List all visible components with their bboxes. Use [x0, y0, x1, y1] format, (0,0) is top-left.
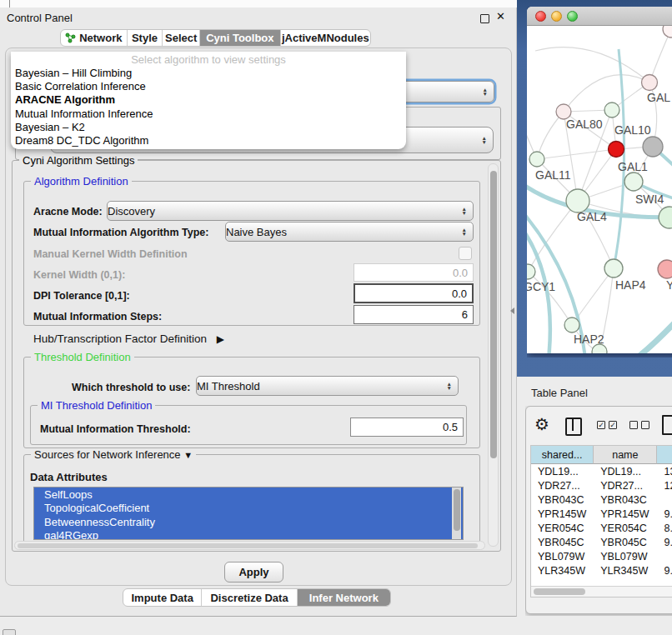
tab-select[interactable]: Select — [163, 30, 200, 46]
cell: 8. — [657, 522, 672, 534]
cell: YBR045C — [594, 537, 657, 548]
node-hap4[interactable] — [604, 259, 623, 278]
tab-network[interactable]: Network — [61, 30, 128, 46]
dock-panel-icon[interactable] — [3, 629, 16, 635]
table-row[interactable]: YDR27...YDR27...12 — [531, 478, 672, 492]
sources-legend[interactable]: Sources for Network Inference ▼ — [31, 448, 196, 462]
list-item-topologicalcoefficient[interactable]: TopologicalCoefficient — [34, 502, 463, 516]
combo-arrows-icon: ▲▼ — [447, 382, 452, 390]
node-gal10[interactable] — [604, 102, 619, 118]
popup-item-basic-correlation[interactable]: Basic Correlation Inference — [11, 80, 406, 93]
popup-item-mutual-information[interactable]: Mutual Information Inference — [11, 108, 406, 121]
table-row[interactable]: YPR145WYPR145W9. — [531, 507, 672, 521]
popup-item-dream8[interactable]: Dream8 DC_TDC Algorithm — [11, 134, 406, 148]
network-window-titlebar[interactable] — [527, 7, 672, 26]
column-view-icon[interactable] — [565, 418, 582, 436]
node-top-edge[interactable] — [663, 26, 672, 38]
manual-kernel-checkbox — [459, 247, 472, 260]
node-label-gal1: GAL1 — [618, 160, 648, 173]
tab-jactivemnodules[interactable]: jActiveMNodules — [281, 30, 370, 46]
aracne-mode-value: Discovery — [108, 205, 155, 218]
table-hscrollbar[interactable] — [531, 586, 672, 597]
tab-discretize-data[interactable]: Discretize Data — [202, 589, 297, 606]
mi-steps-field[interactable]: 6 — [354, 305, 474, 324]
cell: YER054C — [531, 522, 594, 534]
table-row[interactable]: YDL19...YDL19...13 — [531, 464, 672, 478]
table-row[interactable]: YBR043CYBR043C — [531, 492, 672, 507]
close-traffic-light-icon[interactable] — [535, 11, 546, 22]
cell: YLR345W — [594, 565, 657, 576]
cell: YPR145W — [594, 508, 657, 520]
settings-vscrollbar[interactable] — [488, 163, 499, 547]
mi-type-combo[interactable]: Naive Bayes ▲▼ — [225, 222, 474, 242]
node-hap2[interactable] — [564, 318, 579, 332]
node-label-gal80: GAL80 — [566, 118, 603, 131]
mi-threshold-definition-legend: MI Threshold Definition — [38, 399, 155, 412]
which-threshold-combo[interactable]: MI Threshold ▲▼ — [196, 376, 459, 396]
zoom-traffic-light-icon[interactable] — [567, 11, 578, 22]
unchecked-box-icon — [641, 421, 649, 429]
node-gal11[interactable] — [529, 152, 544, 167]
node-swi4[interactable] — [659, 207, 672, 228]
table-hscrollbar-thumb[interactable] — [534, 588, 585, 595]
column-header-shared-name[interactable]: shared... — [531, 446, 594, 464]
settings-vscrollbar-thumb[interactable] — [490, 171, 498, 458]
close-icon[interactable]: ✕ — [496, 10, 505, 22]
cell: YPR145W — [531, 508, 594, 520]
node-label-hap4: HAP4 — [615, 278, 646, 292]
cell: YBL079W — [531, 551, 594, 562]
network-window-clip: GAL GAL80 GAL10 GAL11 GAL1 SWI4 GAL4 GCY… — [527, 7, 672, 358]
column-header-name[interactable]: name — [594, 446, 657, 464]
cell: YBR043C — [531, 494, 594, 506]
minimize-traffic-light-icon[interactable] — [551, 11, 562, 22]
network-canvas[interactable]: GAL GAL80 GAL10 GAL11 GAL1 SWI4 GAL4 GCY… — [527, 26, 672, 353]
table-row[interactable]: YBL079WYBL079W — [531, 549, 672, 563]
mi-threshold-label: Mutual Information Threshold: — [40, 423, 191, 435]
node-gal4[interactable] — [566, 189, 589, 212]
which-threshold-label: Which threshold to use: — [72, 382, 190, 393]
popup-item-aracne[interactable]: ARACNE Algorithm — [11, 93, 406, 107]
expander-down-arrow-icon: ▼ — [183, 450, 193, 460]
mi-threshold-field[interactable]: 0.5 — [350, 418, 464, 437]
which-threshold-value: MI Threshold — [197, 380, 260, 392]
hub-expander[interactable]: Hub/Transcription Factor Definition ▶ — [33, 332, 224, 345]
gear-icon[interactable]: ⚙ — [534, 416, 549, 432]
splitter-arrow-icon[interactable] — [510, 308, 514, 314]
list-vscrollbar[interactable] — [452, 488, 461, 539]
list-vscrollbar-thumb[interactable] — [454, 489, 460, 531]
table-row[interactable]: YER054CYER054C8. — [531, 521, 672, 535]
aracne-mode-combo[interactable]: Discovery ▲▼ — [107, 201, 474, 221]
list-item-gal4rgexp[interactable]: gal4RGexp — [34, 529, 463, 541]
table-row[interactable]: YLR345WYLR345W9. — [531, 563, 672, 575]
node-gal1-red[interactable] — [609, 142, 624, 158]
hide-columns-icon[interactable] — [629, 421, 649, 429]
list-item-betweennesscentrality[interactable]: BetweennessCentrality — [34, 515, 463, 529]
settings-hscrollbar-thumb[interactable] — [18, 543, 478, 549]
apply-button[interactable]: Apply — [224, 562, 283, 582]
list-item-selfloops[interactable]: SelfLoops — [34, 488, 463, 502]
table-row[interactable]: YBR045CYBR045C9. — [531, 535, 672, 549]
column-header-third[interactable]: A — [657, 446, 672, 464]
settings-hscrollbar[interactable] — [14, 541, 485, 550]
popup-item-bayesian-hill-climbing[interactable]: Bayesian – Hill Climbing — [11, 67, 406, 80]
combo-arrows-icon: ▲▼ — [462, 228, 467, 236]
export-table-icon[interactable] — [662, 415, 672, 435]
node-label-swi4: SWI4 — [635, 192, 664, 206]
float-window-icon[interactable] — [480, 14, 489, 23]
kernel-width-label: Kernel Width (0,1): — [33, 269, 125, 281]
node-gal1-green[interactable] — [624, 172, 643, 191]
dpi-tolerance-field[interactable]: 0.0 — [354, 283, 474, 303]
cyni-bottom-tabbar: Impute Data Discretize Data Infer Networ… — [123, 588, 391, 607]
node-gray[interactable] — [643, 137, 663, 157]
tab-discretize-data-label: Discretize Data — [210, 592, 288, 604]
node-gal-top[interactable] — [642, 75, 658, 91]
show-columns-icon[interactable]: ✓ ✓ — [597, 421, 617, 429]
tab-cyni-toolbox[interactable]: Cyni Toolbox — [200, 30, 280, 46]
cell: 9. — [657, 508, 672, 520]
tab-style[interactable]: Style — [128, 30, 163, 46]
tab-infer-network[interactable]: Infer Network — [298, 589, 390, 606]
node-y[interactable] — [658, 260, 672, 278]
tab-impute-data[interactable]: Impute Data — [123, 589, 202, 606]
popup-item-bayesian-k2[interactable]: Bayesian – K2 — [11, 121, 406, 134]
cell: YLR345W — [531, 565, 594, 576]
